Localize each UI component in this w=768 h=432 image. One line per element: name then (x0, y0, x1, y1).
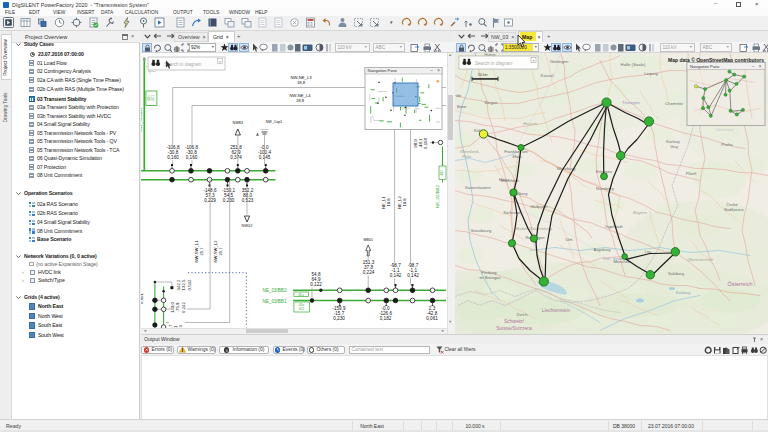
svg-text:im Breisgau: im Breisgau (479, 274, 500, 279)
svg-text:Österreich: Österreich (728, 280, 753, 286)
svg-text:98,9: 98,9 (413, 138, 418, 147)
svg-text:0,142: 0,142 (407, 273, 419, 278)
svg-text:4Dx: 4Dx (298, 292, 304, 296)
svg-text:Leipzig: Leipzig (644, 70, 658, 75)
svg-text:Chemnitz: Chemnitz (665, 100, 683, 105)
svg-text:Plzeň: Plzeň (686, 170, 697, 175)
svg-text:149,0: 149,0 (170, 301, 175, 312)
svg-text:Siegen: Siegen (484, 99, 498, 104)
svg-text:Salzburg: Salzburg (676, 290, 692, 294)
svg-text:18,8: 18,8 (402, 197, 407, 206)
svg-text:Pfalz: Pfalz (462, 154, 471, 159)
svg-text:Zürich: Zürich (516, 311, 527, 316)
svg-text:0,122: 0,122 (310, 282, 322, 287)
svg-text:Praha: Praha (721, 141, 733, 146)
svg-text:Vary: Vary (670, 143, 679, 148)
svg-text:Hessen: Hessen (523, 120, 538, 125)
svg-text:0,160: 0,160 (186, 155, 198, 160)
svg-text:Göttingen: Göttingen (550, 58, 569, 63)
svg-text:A: A (256, 132, 259, 136)
svg-text:Baden-Württemberg: Baden-Württemberg (516, 225, 553, 230)
svg-text:Nürnberg: Nürnberg (596, 185, 615, 190)
svg-text:Ulm: Ulm (565, 236, 573, 241)
svg-text:487: 487 (440, 169, 444, 175)
svg-text:Budějovice: Budějovice (724, 206, 744, 211)
svg-text:elberg: elberg (517, 190, 528, 195)
svg-text:Bonn: Bonn (457, 103, 466, 108)
svg-text:18,8: 18,8 (386, 197, 391, 206)
svg-text:öln: öln (456, 92, 461, 97)
svg-text:×: × (437, 68, 440, 73)
svg-text:Augsburg: Augsburg (593, 246, 610, 251)
svg-text:Liechtenstein: Liechtenstein (542, 307, 571, 312)
svg-text:0,242: 0,242 (181, 301, 186, 312)
svg-text:Map data © OpenStreetMap contr: Map data © OpenStreetMap contributors (668, 56, 764, 62)
svg-text:Bayern: Bayern (633, 209, 647, 214)
svg-text:18,8: 18,8 (296, 98, 305, 103)
svg-text:Halle (Saale): Halle (Saale) (621, 61, 646, 66)
svg-text:3C1: 3C1 (299, 307, 305, 311)
svg-text:Strasbourg: Strasbourg (471, 227, 492, 232)
svg-text:342,2: 342,2 (176, 279, 181, 290)
svg-text:0,230: 0,230 (333, 316, 345, 321)
svg-text:0,523: 0,523 (242, 198, 254, 203)
svg-text:29,7: 29,7 (218, 246, 223, 255)
svg-text:NE_02/BB2: NE_02/BB2 (435, 184, 440, 208)
svg-text:Schweiz/: Schweiz/ (504, 318, 525, 324)
svg-text:Kaiserslautern: Kaiserslautern (465, 184, 491, 189)
svg-text:MB01: MB01 (364, 238, 373, 242)
svg-text:Oberfranken: Oberfranken (716, 127, 734, 131)
svg-text:29,7: 29,7 (199, 246, 204, 255)
svg-text:Salzburg: Salzburg (668, 270, 684, 275)
svg-text:0,230: 0,230 (223, 198, 235, 203)
svg-text:0,160: 0,160 (167, 155, 179, 160)
svg-text:0,601: 0,601 (141, 292, 144, 303)
svg-text:Navigation Pane: Navigation Pane (690, 63, 720, 68)
svg-text:Karlsruhe: Karlsruhe (503, 209, 521, 214)
svg-text:0,224: 0,224 (363, 270, 375, 275)
svg-text:Oberösterreich: Oberösterreich (687, 256, 713, 261)
svg-text:Main: Main (512, 154, 522, 159)
svg-text:0,061: 0,061 (426, 316, 438, 321)
svg-text:0,182: 0,182 (380, 316, 392, 321)
svg-text:NE_03/BB1: NE_03/BB1 (262, 298, 286, 303)
svg-text:0,374: 0,374 (230, 155, 242, 160)
svg-text:Search in diagram: Search in diagram (475, 60, 512, 65)
svg-text:×: × (759, 64, 762, 69)
svg-text:NWG2: NWG2 (242, 223, 253, 227)
svg-text:NE_03/BB2: NE_03/BB2 (262, 288, 286, 293)
svg-text:Navigation Pane: Navigation Pane (368, 68, 398, 73)
svg-text:0,532: 0,532 (187, 279, 192, 290)
svg-text:Rheinland-: Rheinland- (460, 148, 480, 153)
svg-text:Suisse/Svizzera: Suisse/Svizzera (496, 324, 532, 330)
svg-text:0,158: 0,158 (423, 137, 428, 149)
svg-text:NWB3: NWB3 (233, 121, 243, 125)
svg-text:3C1: 3C1 (151, 94, 155, 100)
svg-text:-75,9: -75,9 (175, 301, 180, 311)
svg-text:NW_02/BB1: NW_02/BB1 (141, 106, 143, 131)
svg-text:Kassel: Kassel (541, 72, 554, 77)
svg-text:NW_Cap1: NW_Cap1 (266, 120, 283, 124)
svg-text:0,142: 0,142 (390, 273, 402, 278)
svg-text:132,5: 132,5 (181, 279, 186, 290)
svg-text:-48,1: -48,1 (418, 137, 423, 148)
svg-text:18,8: 18,8 (297, 80, 306, 85)
svg-text:Frankfurt am: Frankfurt am (504, 148, 528, 153)
svg-text:50 km: 50 km (478, 72, 488, 76)
svg-text:Thüringen: Thüringen (622, 100, 640, 105)
